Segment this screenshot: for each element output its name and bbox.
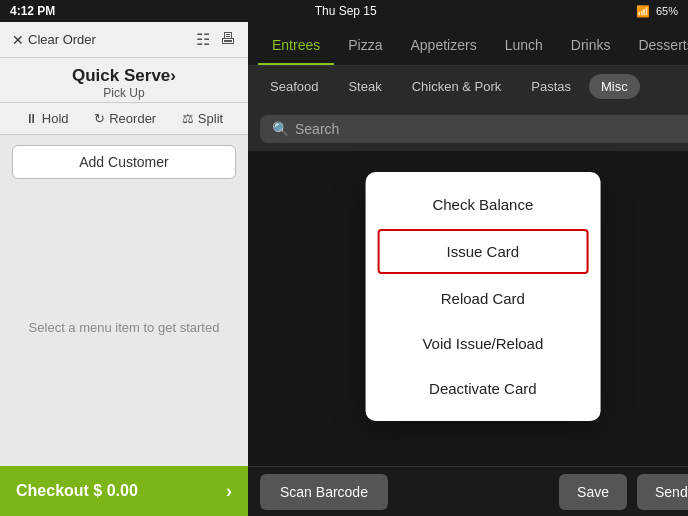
wifi-icon: 📶: [636, 5, 650, 18]
checkout-arrow-icon: ›: [226, 481, 232, 502]
bottom-bar: Scan Barcode Save Send: [248, 466, 688, 516]
split-button[interactable]: ⚖ Split: [182, 111, 223, 126]
nav-tab-drinks[interactable]: Drinks: [557, 27, 625, 65]
save-button[interactable]: Save: [559, 474, 627, 510]
empty-message: Select a menu item to get started: [0, 189, 248, 466]
popup-issue-card[interactable]: Issue Card: [377, 229, 588, 274]
sub-tab-seafood[interactable]: Seafood: [258, 74, 330, 99]
hold-button[interactable]: ⏸ Hold: [25, 111, 69, 126]
checkout-label: Checkout $ 0.00: [16, 482, 138, 500]
nav-tab-pizza[interactable]: Pizza: [334, 27, 396, 65]
nav-tab-appetizers[interactable]: Appetizers: [396, 27, 490, 65]
popup-deactivate-card[interactable]: Deactivate Card: [365, 366, 600, 411]
search-input[interactable]: [295, 121, 688, 137]
order-title-section: Quick Serve› Pick Up: [0, 58, 248, 103]
right-panel: Entrees Pizza Appetizers Lunch Drinks De…: [248, 22, 688, 516]
hold-label: Hold: [42, 111, 69, 126]
order-subtitle: Pick Up: [0, 86, 248, 100]
split-label: Split: [198, 111, 223, 126]
clear-order-button[interactable]: ✕ Clear Order: [12, 32, 96, 48]
popup-menu: Check Balance Issue Card Reload Card Voi…: [365, 172, 600, 421]
battery-indicator: 65%: [656, 5, 678, 17]
popup-check-balance[interactable]: Check Balance: [365, 182, 600, 227]
content-area: Check Balance Issue Card Reload Card Voi…: [248, 151, 688, 466]
scan-barcode-button[interactable]: Scan Barcode: [260, 474, 388, 510]
receipt-icon[interactable]: ☷: [196, 30, 210, 49]
sub-tab-chicken-pork[interactable]: Chicken & Pork: [400, 74, 514, 99]
reorder-icon: ↻: [94, 111, 105, 126]
checkout-bar[interactable]: Checkout $ 0.00 ›: [0, 466, 248, 516]
action-bar: ⏸ Hold ↻ Reorder ⚖ Split: [0, 103, 248, 135]
status-indicators: 📶 65%: [636, 5, 678, 18]
clear-order-label: Clear Order: [28, 32, 96, 47]
search-icon: 🔍: [272, 121, 289, 137]
popup-void-issue-reload[interactable]: Void Issue/Reload: [365, 321, 600, 366]
split-icon: ⚖: [182, 111, 194, 126]
empty-message-text: Select a menu item to get started: [29, 320, 220, 335]
nav-tab-entrees[interactable]: Entrees: [258, 27, 334, 65]
top-nav: Entrees Pizza Appetizers Lunch Drinks De…: [248, 22, 688, 66]
nav-tab-lunch[interactable]: Lunch: [491, 27, 557, 65]
close-icon: ✕: [12, 32, 24, 48]
status-time: 4:12 PM: [10, 4, 55, 18]
search-input-wrap: 🔍: [260, 115, 688, 143]
add-customer-label: Add Customer: [79, 154, 168, 170]
status-date: Thu Sep 15: [315, 4, 377, 18]
header-icons: ☷ 🖶: [196, 30, 236, 49]
send-button[interactable]: Send: [637, 474, 688, 510]
order-title: Quick Serve›: [0, 66, 248, 86]
reorder-label: Reorder: [109, 111, 156, 126]
print-icon[interactable]: 🖶: [220, 30, 236, 49]
sub-tab-pastas[interactable]: Pastas: [519, 74, 583, 99]
reorder-button[interactable]: ↻ Reorder: [94, 111, 156, 126]
left-header: ✕ Clear Order ☷ 🖶: [0, 22, 248, 58]
search-bar: 🔍: [248, 107, 688, 151]
nav-tab-desserts[interactable]: Desserts: [624, 27, 688, 65]
add-customer-button[interactable]: Add Customer: [12, 145, 236, 179]
status-bar: 4:12 PM Thu Sep 15 📶 65%: [0, 0, 688, 22]
sub-tab-steak[interactable]: Steak: [336, 74, 393, 99]
hold-icon: ⏸: [25, 111, 38, 126]
left-panel: ✕ Clear Order ☷ 🖶 Quick Serve› Pick Up ⏸…: [0, 22, 248, 516]
main-layout: ✕ Clear Order ☷ 🖶 Quick Serve› Pick Up ⏸…: [0, 22, 688, 516]
sub-nav: Seafood Steak Chicken & Pork Pastas Misc: [248, 66, 688, 107]
popup-reload-card[interactable]: Reload Card: [365, 276, 600, 321]
sub-tab-misc[interactable]: Misc: [589, 74, 640, 99]
